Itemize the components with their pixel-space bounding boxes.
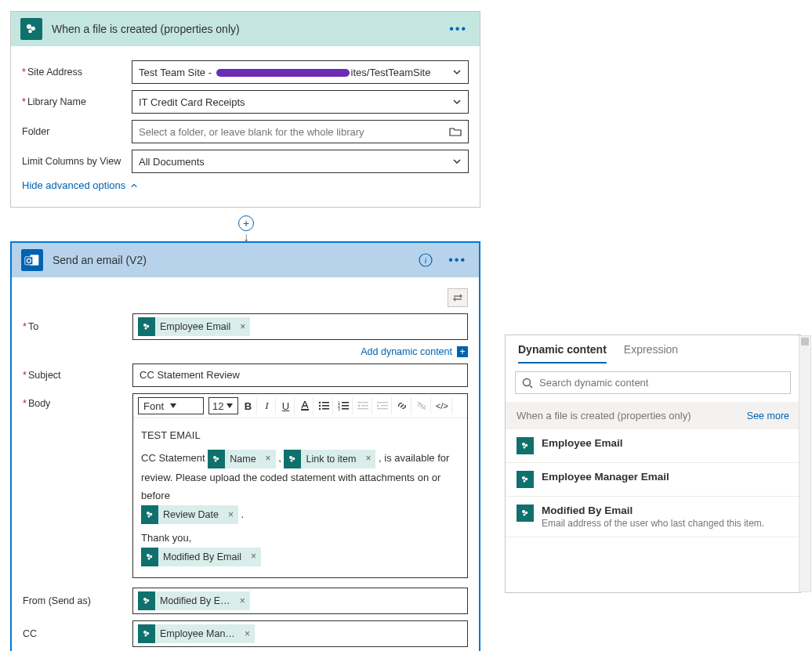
svg-rect-29 [377, 408, 388, 409]
remove-token-button[interactable]: × [240, 628, 255, 639]
scrollbar[interactable] [799, 335, 811, 592]
number-list-button[interactable]: 123 [335, 397, 353, 414]
token-review-date[interactable]: Review Date × [141, 505, 238, 524]
library-name-dropdown[interactable]: IT Credit Card Receipts [132, 90, 469, 114]
sharepoint-icon [517, 505, 534, 522]
editor-toolbar: Font 12 B I U 123 [133, 394, 467, 418]
remove-token-button[interactable]: × [235, 321, 250, 332]
token-modified-by-email[interactable]: Modified By Email × [141, 548, 261, 566]
info-icon[interactable]: i [419, 253, 433, 267]
color-button[interactable] [296, 397, 314, 414]
svg-point-33 [289, 456, 292, 459]
from-field[interactable]: Modified By E… × [132, 588, 468, 614]
svg-rect-24 [357, 402, 368, 403]
token-modified-by-email[interactable]: Modified By E… × [138, 591, 250, 610]
svg-point-0 [27, 24, 31, 29]
search-icon [522, 378, 533, 389]
folder-label: Folder [22, 126, 132, 137]
cc-field[interactable]: Employee Man… × [132, 620, 468, 647]
svg-point-35 [291, 459, 293, 461]
add-dynamic-content-button[interactable]: + [457, 346, 468, 357]
svg-rect-28 [381, 405, 388, 406]
svg-point-45 [143, 631, 147, 634]
font-size-select[interactable]: 12 [208, 397, 238, 414]
body-label: Body [23, 393, 132, 409]
svg-rect-15 [322, 405, 329, 407]
action-menu-button[interactable]: ••• [445, 251, 469, 269]
dyn-item[interactable]: Modified By Email Email address of the u… [506, 497, 800, 537]
token-link-to-item[interactable]: Link to item × [284, 450, 375, 468]
swap-mode-button[interactable] [448, 288, 468, 307]
svg-text:i: i [425, 255, 427, 265]
remove-token-button[interactable]: × [246, 548, 261, 566]
scrollbar-thumb[interactable] [801, 338, 809, 345]
tab-dynamic-content[interactable]: Dynamic content [518, 343, 607, 363]
see-more-link[interactable]: See more [747, 410, 789, 421]
sharepoint-icon [20, 18, 42, 40]
italic-button[interactable]: I [259, 397, 276, 414]
token-employee-email[interactable]: Employee Email × [138, 317, 250, 336]
chevron-down-icon [227, 403, 233, 408]
trigger-menu-button[interactable]: ••• [446, 20, 470, 38]
svg-text:3: 3 [338, 407, 340, 410]
svg-rect-19 [342, 402, 349, 403]
redacted-url [216, 69, 350, 77]
svg-point-14 [319, 405, 321, 407]
svg-point-34 [292, 458, 295, 461]
dynamic-search-text[interactable] [539, 377, 784, 389]
limit-columns-dropdown[interactable]: All Documents [132, 150, 469, 173]
add-dynamic-content-link[interactable]: Add dynamic content [361, 346, 452, 357]
bold-button[interactable]: B [240, 397, 257, 414]
svg-point-16 [319, 408, 321, 410]
to-field[interactable]: Employee Email × [132, 313, 468, 340]
svg-rect-17 [322, 408, 329, 410]
remove-token-button[interactable]: × [223, 507, 238, 524]
chevron-down-icon [170, 403, 176, 408]
chevron-up-icon [130, 182, 138, 190]
svg-point-36 [147, 512, 150, 515]
dynamic-search-input[interactable] [515, 371, 791, 394]
svg-point-55 [522, 510, 525, 513]
trigger-header[interactable]: When a file is created (properties only)… [11, 12, 480, 46]
sharepoint-icon [517, 437, 534, 454]
svg-point-41 [148, 558, 150, 560]
tab-expression[interactable]: Expression [624, 343, 678, 363]
body-editor[interactable]: Font 12 B I U 123 [132, 393, 468, 578]
remove-token-button[interactable]: × [361, 450, 375, 468]
sharepoint-icon [138, 317, 155, 336]
token-name[interactable]: Name × [208, 450, 275, 468]
bullet-list-button[interactable] [315, 397, 333, 414]
svg-point-48 [524, 378, 531, 385]
subject-input[interactable]: CC Statement Review [132, 363, 468, 387]
action-header[interactable]: Send an email (V2) i ••• [12, 243, 479, 277]
site-address-label: Site Address [22, 67, 132, 78]
svg-point-54 [524, 480, 526, 483]
svg-point-30 [213, 456, 216, 459]
dyn-item[interactable]: Employee Email [506, 429, 800, 463]
remove-token-button[interactable]: × [235, 595, 250, 606]
dyn-item[interactable]: Employee Manager Email [506, 463, 800, 497]
token-employee-manager-email[interactable]: Employee Man… × [138, 624, 255, 643]
from-label: From (Send as) [23, 595, 132, 606]
svg-point-39 [147, 554, 150, 557]
hide-advanced-toggle[interactable]: Hide advanced options [22, 179, 469, 191]
remove-token-button[interactable]: × [261, 450, 276, 468]
code-view-button[interactable]: </> [433, 397, 452, 414]
svg-point-47 [145, 635, 147, 637]
svg-rect-26 [357, 408, 368, 409]
svg-point-8 [143, 324, 147, 327]
link-button[interactable] [393, 397, 411, 414]
svg-rect-11 [301, 409, 309, 410]
body-content[interactable]: TEST EMAIL CC Statement Name × , [133, 418, 467, 577]
site-address-dropdown[interactable]: Test Team Site - ites/TestTeamSite [132, 60, 469, 84]
folder-picker[interactable]: Select a folder, or leave blank for the … [132, 120, 469, 143]
svg-point-46 [147, 632, 150, 635]
svg-rect-21 [342, 405, 349, 407]
font-family-select[interactable]: Font [138, 397, 204, 414]
outlook-icon [21, 249, 43, 271]
svg-point-49 [522, 443, 525, 446]
underline-button[interactable]: U [277, 397, 295, 414]
add-step-button[interactable]: + [238, 215, 254, 231]
action-title: Send an email (V2) [53, 254, 409, 266]
svg-point-9 [147, 325, 150, 328]
